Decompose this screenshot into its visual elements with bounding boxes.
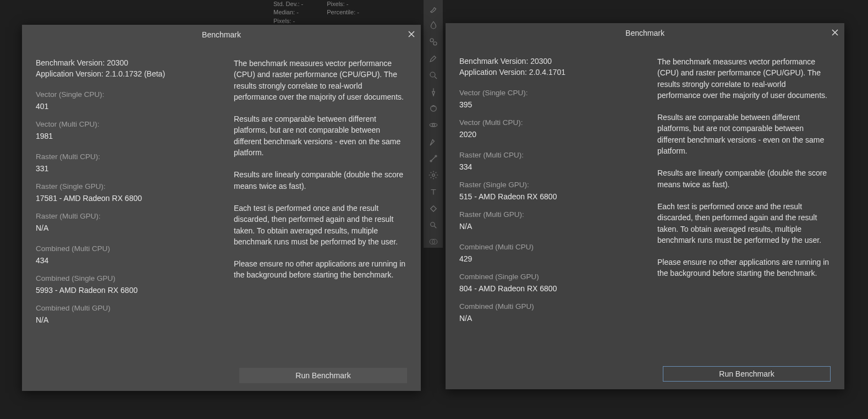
raster-multi-value: 334	[459, 162, 657, 171]
vector-single-value: 401	[36, 102, 234, 111]
background-histogram-stats: Std. Dev.: - Median: - Pixels: - Pixels:…	[273, 0, 381, 25]
gear-tool-icon[interactable]	[427, 170, 440, 181]
svg-point-0	[430, 39, 433, 42]
run-benchmark-button[interactable]: Run Benchmark	[663, 366, 831, 382]
description-column: The benchmark measures vector performanc…	[657, 56, 831, 351]
combined-single-gpu-value: 804 - AMD Radeon RX 6800	[459, 284, 657, 293]
clone-tool-icon[interactable]	[427, 36, 440, 48]
svg-point-5	[432, 124, 435, 127]
vector-multi-label: Vector (Multi CPU):	[459, 118, 657, 127]
vector-multi-label: Vector (Multi CPU):	[36, 120, 234, 128]
results-column: Benchmark Version: 20300 Application Ver…	[36, 58, 234, 352]
combined-multi-gpu-label: Combined (Multi GPU)	[36, 304, 234, 312]
benchmark-dialog-right: Benchmark Benchmark Version: 20300 Appli…	[446, 23, 844, 389]
run-benchmark-button[interactable]: Run Benchmark	[239, 368, 407, 383]
description-p1: The benchmark measures vector performanc…	[234, 58, 407, 102]
dialog-titlebar: Benchmark	[22, 25, 421, 44]
raster-single-gpu-label: Raster (Single GPU):	[36, 182, 234, 191]
combined-multi-value: 434	[36, 256, 234, 265]
description-p5: Please ensure no other applications are …	[234, 258, 407, 281]
vector-single-label: Vector (Single CPU):	[459, 89, 657, 97]
combined-multi-gpu-label: Combined (Multi GPU)	[459, 302, 657, 311]
orbit-tool-icon[interactable]	[427, 119, 440, 131]
raster-multi-value: 331	[36, 164, 234, 173]
description-p5: Please ensure no other applications are …	[657, 257, 831, 279]
raster-multi-gpu-label: Raster (Multi GPU):	[36, 212, 234, 220]
raster-multi-label: Raster (Multi CPU):	[459, 151, 657, 159]
svg-point-9	[430, 222, 435, 227]
zoom-tool-icon[interactable]	[427, 69, 440, 81]
tools-toolbar	[424, 0, 443, 248]
svg-point-2	[430, 72, 435, 77]
vector-multi-value: 2020	[459, 130, 657, 139]
combined-multi-label: Combined (Multi CPU)	[36, 244, 234, 253]
description-p4: Each test is performed once and the resu…	[657, 201, 831, 246]
brush-tool-icon[interactable]	[427, 53, 440, 64]
description-p3: Results are linearly comparable (double …	[657, 167, 831, 190]
stat-pixels2: Pixels: -	[327, 0, 359, 8]
dialog-title: Benchmark	[625, 29, 664, 37]
benchmark-version: Benchmark Version: 20300	[459, 56, 657, 67]
close-button[interactable]	[830, 28, 840, 37]
raster-multi-gpu-value: N/A	[36, 224, 234, 232]
stat-stddev: Std. Dev.: -	[273, 0, 303, 8]
combined-single-gpu-value: 5993 - AMD Radeon RX 6800	[36, 286, 234, 295]
pen-tool-icon[interactable]	[427, 136, 440, 148]
close-button[interactable]	[406, 29, 416, 39]
description-p1: The benchmark measures vector performanc…	[657, 56, 831, 101]
pin-tool-icon[interactable]	[427, 86, 440, 97]
raster-multi-gpu-label: Raster (Multi GPU):	[459, 210, 657, 219]
combined-multi-label: Combined (Multi CPU)	[459, 243, 657, 251]
raster-single-gpu-value: 515 - AMD Radeon RX 6800	[459, 192, 657, 201]
raster-single-gpu-value: 17581 - AMD Radeon RX 6800	[36, 194, 234, 203]
blur-tool-icon[interactable]	[427, 19, 440, 31]
application-version: Application Version: 2.1.0.1732 (Beta)	[36, 69, 234, 80]
description-p2: Results are comparable between different…	[657, 112, 831, 156]
stat-pixels1: Pixels: -	[273, 17, 303, 25]
raster-multi-gpu-value: N/A	[459, 222, 657, 231]
combined-single-gpu-label: Combined (Single GPU)	[459, 273, 657, 281]
node-tool-icon[interactable]	[427, 153, 440, 164]
combined-multi-value: 429	[459, 254, 657, 263]
smudge-tool-icon[interactable]	[427, 3, 440, 14]
vector-multi-value: 1981	[36, 132, 234, 140]
svg-point-1	[433, 42, 437, 45]
text-tool-icon[interactable]	[427, 186, 440, 198]
dialog-title: Benchmark	[202, 30, 241, 39]
search-tool-icon[interactable]	[427, 219, 440, 231]
benchmark-version: Benchmark Version: 20300	[36, 58, 234, 69]
blend-tool-icon[interactable]	[427, 236, 440, 248]
svg-point-3	[430, 106, 436, 112]
description-column: The benchmark measures vector performanc…	[234, 58, 407, 352]
results-column: Benchmark Version: 20300 Application Ver…	[459, 56, 657, 351]
raster-multi-label: Raster (Multi CPU):	[36, 153, 234, 161]
benchmark-dialog-left: Benchmark Benchmark Version: 20300 Appli…	[22, 25, 421, 391]
combined-single-gpu-label: Combined (Single GPU)	[36, 274, 234, 282]
combined-multi-gpu-value: N/A	[459, 314, 657, 323]
description-p4: Each test is performed once and the resu…	[234, 203, 407, 247]
svg-point-8	[432, 174, 435, 177]
vector-single-label: Vector (Single CPU):	[36, 90, 234, 99]
bucket-tool-icon[interactable]	[427, 203, 440, 214]
description-p3: Results are linearly comparable (double …	[234, 169, 407, 192]
vector-single-value: 395	[459, 100, 657, 109]
stat-percentile: Percentile: -	[327, 8, 359, 17]
raster-single-gpu-label: Raster (Single GPU):	[459, 181, 657, 189]
combined-multi-gpu-value: N/A	[36, 315, 234, 324]
description-p2: Results are comparable between different…	[234, 113, 407, 158]
dialog-titlebar: Benchmark	[446, 23, 844, 42]
stat-median: Median: -	[273, 8, 303, 17]
application-version: Application Version: 2.0.4.1701	[459, 67, 657, 78]
hand-tool-icon[interactable]	[427, 103, 440, 115]
